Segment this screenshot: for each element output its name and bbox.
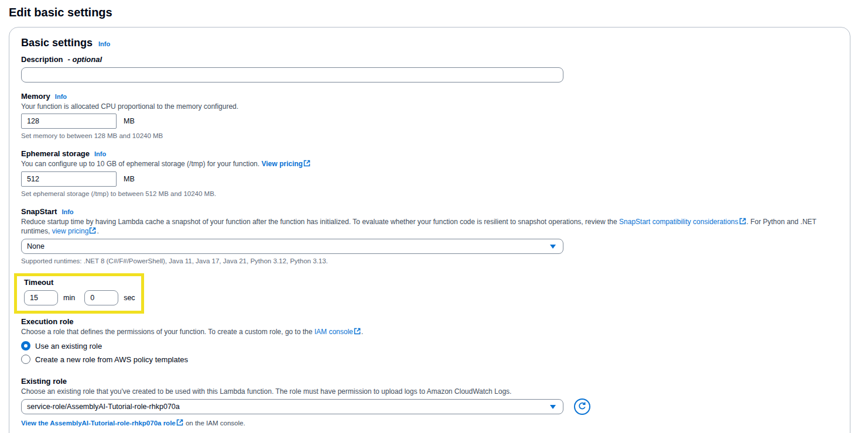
external-link-icon xyxy=(739,218,746,227)
snapstart-field: SnapStart Info Reduce startup time by ha… xyxy=(21,207,838,265)
ephemeral-storage-label: Ephemeral storage xyxy=(21,149,90,159)
view-role-link-row: View the AssemblyAI-Tutorial-role-rhkp07… xyxy=(21,419,838,427)
timeout-min-unit: min xyxy=(63,294,75,302)
snapstart-info-link[interactable]: Info xyxy=(61,208,73,215)
snapstart-label: SnapStart xyxy=(21,207,57,216)
snapstart-select[interactable]: None xyxy=(21,239,563,254)
ephemeral-storage-constraint: Set ephemeral storage (/tmp) to between … xyxy=(21,190,838,198)
snapstart-pricing-link[interactable]: view pricing xyxy=(52,227,89,235)
timeout-sec-unit: sec xyxy=(124,294,135,302)
chevron-down-icon xyxy=(550,405,556,409)
view-pricing-link[interactable]: View pricing xyxy=(261,160,302,168)
description-optional-suffix: - optional xyxy=(68,55,102,64)
external-link-icon xyxy=(176,419,183,427)
radio-unselected-icon xyxy=(21,355,30,364)
radio-use-existing-role[interactable]: Use an existing role xyxy=(21,341,838,350)
memory-description: Your function is allocated CPU proportio… xyxy=(21,102,838,111)
view-role-link[interactable]: View the AssemblyAI-Tutorial-role-rhkp07… xyxy=(21,420,176,427)
execution-role-label: Execution role xyxy=(21,317,838,327)
description-label-row: Description - optional xyxy=(21,55,838,64)
refresh-roles-button[interactable] xyxy=(574,398,590,415)
refresh-icon xyxy=(577,401,587,413)
execution-role-description: Choose a role that defines the permissio… xyxy=(21,328,838,337)
panel-info-link[interactable]: Info xyxy=(98,40,110,47)
snapstart-constraint: Supported runtimes: .NET 8 (C#/F#/PowerS… xyxy=(21,257,838,265)
ephemeral-storage-field: Ephemeral storage Info You can configure… xyxy=(21,149,838,198)
basic-settings-panel: Basic settings Info Description - option… xyxy=(9,27,850,433)
snapstart-compat-link[interactable]: SnapStart compatibility considerations xyxy=(619,218,738,226)
ephemeral-storage-description: You can configure up to 10 GB of ephemer… xyxy=(21,160,838,169)
radio-selected-icon xyxy=(21,341,30,350)
external-link-icon xyxy=(89,227,96,236)
panel-title: Basic settings xyxy=(21,37,93,49)
memory-unit-label: MB xyxy=(124,117,135,125)
existing-role-select[interactable]: service-role/AssemblyAI-Tutorial-role-rh… xyxy=(21,399,563,414)
external-link-icon xyxy=(303,160,310,169)
existing-role-label: Existing role xyxy=(21,377,838,386)
memory-label: Memory xyxy=(21,92,50,101)
panel-header: Basic settings Info xyxy=(21,37,838,49)
description-field: Description - optional xyxy=(21,55,838,83)
description-input[interactable] xyxy=(21,67,563,83)
memory-constraint: Set memory to between 128 MB and 10240 M… xyxy=(21,132,838,140)
ephemeral-storage-unit-label: MB xyxy=(124,175,135,183)
ephemeral-storage-info-link[interactable]: Info xyxy=(94,150,106,157)
existing-role-description: Choose an existing role that you've crea… xyxy=(21,387,838,396)
timeout-label: Timeout xyxy=(24,278,136,287)
existing-role-field: Existing role Choose an existing role th… xyxy=(21,377,838,427)
memory-field: Memory Info Your function is allocated C… xyxy=(21,92,838,140)
chevron-down-icon xyxy=(550,245,556,249)
snapstart-description: Reduce startup time by having Lambda cac… xyxy=(21,218,838,236)
iam-console-link[interactable]: IAM console xyxy=(315,328,353,336)
timeout-seconds-input[interactable] xyxy=(84,290,118,305)
timeout-minutes-input[interactable] xyxy=(24,290,58,305)
memory-info-link[interactable]: Info xyxy=(55,93,67,100)
ephemeral-storage-input[interactable] xyxy=(21,171,117,187)
external-link-icon xyxy=(354,328,361,337)
description-label: Description xyxy=(21,55,63,64)
page-title: Edit basic settings xyxy=(0,0,868,19)
existing-role-selected-value: service-role/AssemblyAI-Tutorial-role-rh… xyxy=(27,403,180,411)
memory-input[interactable] xyxy=(21,114,117,129)
timeout-highlight-box: Timeout min sec xyxy=(14,273,144,314)
view-role-link-suffix: on the IAM console. xyxy=(186,420,245,427)
radio-create-new-role[interactable]: Create a new role from AWS policy templa… xyxy=(21,355,838,364)
execution-role-field: Execution role Choose a role that define… xyxy=(21,317,838,364)
snapstart-selected-value: None xyxy=(27,242,45,250)
